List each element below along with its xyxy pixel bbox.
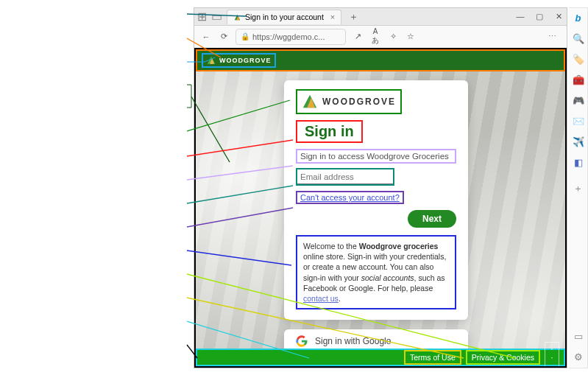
banner-logo: WOODGROVE	[296, 89, 402, 114]
settings-icon[interactable]: ⚙	[572, 350, 585, 363]
shopping-tag-icon[interactable]: 🏷️	[572, 52, 585, 66]
favicon-icon	[233, 13, 241, 21]
url-field[interactable]: 🔒 https://wggdemo.c...	[235, 29, 346, 45]
footer-terms-link[interactable]: Terms of Use	[404, 350, 461, 365]
browser-address-bar: ← ⟳ 🔒 https://wggdemo.c... ↗ Aあ ✧ ☆ ⋯	[194, 26, 567, 48]
favorites-icon[interactable]: ☆	[405, 32, 417, 41]
add-sidebar-icon[interactable]: ＋	[572, 182, 585, 195]
contact-us-link[interactable]: contact us	[303, 294, 339, 303]
google-signin-label: Sign in with Google	[315, 336, 391, 346]
page-header: WOODGROVE	[196, 49, 565, 71]
banner-logo-text: WOODGROVE	[322, 97, 396, 107]
signin-card: WOODGROVE Sign in Sign in to access Wood…	[284, 80, 468, 320]
office-icon[interactable]: ◧	[572, 155, 585, 169]
tab-actions-icon[interactable]: ⊞	[197, 10, 207, 24]
signin-page-text: Welcome to the Woodgrove groceries onlin…	[296, 235, 456, 309]
window-close-icon[interactable]: ✕	[553, 12, 564, 21]
browser-tab[interactable]: Sign in to your account ×	[227, 10, 341, 24]
browser-titlebar: ⊞ ▭ Sign in to your account × ＋ — ▢ ✕	[194, 8, 567, 26]
header-logo-icon	[206, 55, 216, 66]
header-logo-text: WOODGROVE	[219, 57, 272, 64]
email-field[interactable]	[297, 170, 393, 184]
lock-icon: 🔒	[241, 32, 249, 41]
footer-more-button[interactable]: · · ·	[545, 342, 559, 368]
annotation-column: 1. Favicon 2. Header 3. Header logo 4. B…	[0, 0, 191, 378]
forgot-password-link[interactable]: Can't access your account?	[296, 191, 404, 204]
signin-title: Sign in	[296, 120, 363, 143]
header-logo[interactable]: WOODGROVE	[202, 53, 276, 68]
pt-7: .	[339, 294, 341, 303]
browser-sidebar: b 🔍 🏷️ 🧰 🎮 ✉️ ✈️ ◧ ＋ ▭ ⚙	[569, 7, 588, 368]
pt-4: social accounts	[361, 273, 414, 282]
google-icon	[296, 335, 308, 347]
pt-2: Woodgrove groceries	[359, 242, 439, 251]
url-text: https://wggdemo.c...	[252, 32, 325, 41]
read-aloud-icon[interactable]: Aあ	[369, 27, 381, 46]
browser-window: ⊞ ▭ Sign in to your account × ＋ — ▢ ✕ ← …	[194, 7, 567, 368]
footer-privacy-link[interactable]: Privacy & Cookies	[466, 350, 540, 365]
page-footer: Terms of Use Privacy & Cookies · · ·	[196, 349, 565, 366]
close-tab-icon[interactable]: ×	[330, 13, 335, 21]
sidebar-pane-icon[interactable]: ▭	[572, 329, 585, 343]
tab-title: Sign in to your account	[245, 13, 324, 21]
search-icon[interactable]: 🔍	[572, 32, 585, 45]
bing-icon[interactable]: b	[572, 11, 585, 24]
share-icon[interactable]: ↗	[352, 32, 364, 41]
next-button[interactable]: Next	[408, 210, 456, 228]
send-icon[interactable]: ✈️	[572, 135, 585, 148]
toolbox-icon[interactable]: 🧰	[572, 73, 585, 86]
page-viewport: WOODGROVE WOODGROVE Sign in Sign in to a…	[194, 48, 567, 368]
window-controls: — ▢ ✕	[515, 12, 564, 21]
new-tab-button[interactable]: ＋	[346, 10, 361, 24]
add-favorite-icon[interactable]: ✧	[387, 32, 399, 41]
signin-description: Sign in to access Woodgrove Groceries	[296, 149, 456, 164]
browser-more-icon[interactable]: ⋯	[546, 32, 558, 41]
nav-back-icon[interactable]: ←	[200, 32, 212, 41]
window-minimize-icon[interactable]: —	[515, 12, 525, 21]
banner-logo-icon	[302, 94, 318, 110]
games-icon[interactable]: 🎮	[572, 94, 585, 107]
pt-1: Welcome to the	[303, 242, 359, 251]
window-maximize-icon[interactable]: ▢	[534, 12, 545, 21]
nav-refresh-icon[interactable]: ⟳	[218, 32, 230, 41]
outlook-icon[interactable]: ✉️	[572, 114, 585, 127]
tab-overview-icon[interactable]: ▭	[211, 10, 222, 24]
